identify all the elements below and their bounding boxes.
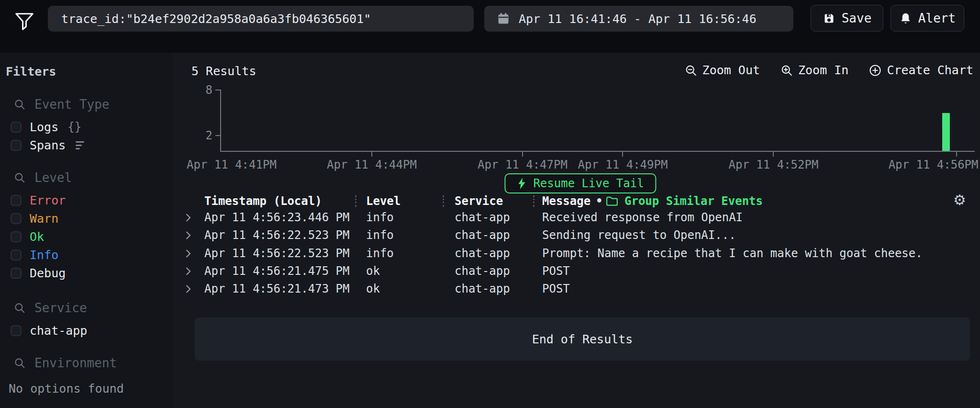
log-explorer-app: Apr 11 16:41:46 - Apr 11 16:56:46 Save A…: [0, 0, 980, 408]
message-cell: POST: [542, 262, 570, 280]
alert-label: Alert: [918, 11, 956, 25]
search-icon: [13, 98, 26, 111]
search-query-input[interactable]: [48, 6, 474, 32]
x-axis-tick: [371, 151, 372, 157]
filter-option-label: chat-app: [30, 325, 87, 337]
circle-plus-icon: [869, 64, 882, 77]
filter-option-logs[interactable]: Logs{}: [11, 119, 81, 135]
save-label: Save: [842, 11, 872, 25]
filter-option-label: Ok: [30, 231, 44, 243]
group-folder-icon: [606, 195, 618, 207]
filter-search-input-level[interactable]: [33, 170, 155, 185]
chevron-right-icon[interactable]: [185, 284, 191, 294]
search-icon: [13, 171, 26, 184]
x-axis-label: Apr 11 4:52PM: [729, 158, 819, 171]
create-chart-button[interactable]: Create Chart: [869, 63, 973, 77]
zoom-out-button[interactable]: Zoom Out: [684, 63, 760, 77]
braces-icon: {}: [67, 120, 81, 134]
service-cell: chat-app: [455, 209, 510, 227]
timestamp-cell: Apr 11 4:56:22.523 PM: [204, 227, 349, 244]
filter-option-error[interactable]: Error: [11, 193, 66, 208]
filter-search-level: [13, 170, 155, 185]
zoom-in-icon: [780, 64, 793, 77]
level-cell: info: [366, 245, 394, 262]
chevron-right-icon[interactable]: [185, 249, 191, 258]
x-axis-label: Apr 11 4:49PM: [578, 158, 668, 171]
zoom-in-button[interactable]: Zoom In: [780, 63, 848, 77]
filter-search-input-event-type[interactable]: [33, 97, 155, 112]
col-header-service: Service: [455, 193, 503, 209]
save-icon: [823, 12, 835, 25]
chevron-right-icon[interactable]: [185, 231, 191, 240]
filter-option-warn[interactable]: Warn: [11, 211, 58, 226]
service-cell: chat-app: [455, 227, 510, 244]
timestamp-cell: Apr 11 4:56:21.473 PM: [204, 280, 349, 298]
filter-option-debug[interactable]: Debug: [11, 265, 66, 281]
timestamp-cell: Apr 11 4:56:22.523 PM: [204, 245, 349, 262]
histogram: 28Apr 11 4:41PMApr 11 4:44PMApr 11 4:47P…: [220, 90, 975, 152]
zoom-in-label: Zoom In: [798, 63, 848, 77]
resume-live-tail-button[interactable]: Resume Live Tail: [504, 173, 656, 193]
checkbox[interactable]: [11, 122, 22, 133]
group-similar-events-button[interactable]: Group Similar Events: [606, 193, 763, 209]
filters-sidebar: Filters Logs{}SpansErrorWarnOkInfoDebugc…: [0, 53, 173, 408]
filter-option-chat-app[interactable]: chat-app: [11, 323, 87, 338]
log-row[interactable]: Apr 11 4:56:22.523 PMinfochat-appSending…: [173, 227, 980, 244]
filter-option-label: Error: [30, 194, 66, 206]
chevron-right-icon[interactable]: [185, 267, 191, 276]
filter-search-input-service[interactable]: [33, 300, 155, 316]
calendar-icon: [497, 12, 510, 25]
filter-option-label: Warn: [30, 213, 58, 225]
level-cell: ok: [366, 280, 380, 298]
filter-option-label: Info: [30, 249, 58, 261]
date-range-picker[interactable]: Apr 11 16:41:46 - Apr 11 16:56:46: [484, 6, 793, 32]
main-panel: 5 Results Zoom Out Zoom In Create Chart: [173, 53, 980, 408]
x-axis-tick: [773, 151, 774, 157]
checkbox[interactable]: [11, 231, 22, 242]
y-axis-label: 2: [193, 129, 212, 142]
lightning-icon: [517, 178, 526, 189]
resume-live-tail-label: Resume Live Tail: [533, 177, 644, 190]
log-row[interactable]: Apr 11 4:56:22.523 PMinfochat-appPrompt:…: [173, 245, 980, 262]
log-row[interactable]: Apr 11 4:56:21.475 PMokchat-appPOST: [173, 262, 980, 280]
group-similar-events-label: Group Similar Events: [624, 193, 763, 209]
log-row[interactable]: Apr 11 4:56:21.473 PMokchat-appPOST: [173, 280, 980, 298]
checkbox[interactable]: [11, 268, 22, 279]
checkbox[interactable]: [11, 213, 22, 224]
message-cell: POST: [542, 280, 570, 298]
checkbox[interactable]: [11, 195, 22, 206]
level-cell: ok: [366, 262, 380, 280]
create-chart-label: Create Chart: [887, 63, 973, 77]
end-of-results-label: End of Results: [532, 332, 633, 346]
search-icon: [13, 357, 26, 369]
save-button[interactable]: Save: [811, 5, 883, 32]
filter-search-environment: [13, 355, 155, 371]
zoom-out-icon: [684, 64, 698, 77]
filter-funnel-icon: [13, 11, 35, 33]
level-cell: info: [366, 227, 394, 244]
chevron-right-icon[interactable]: [185, 213, 191, 222]
checkbox[interactable]: [11, 140, 22, 151]
x-axis-tick: [622, 151, 623, 157]
log-row[interactable]: Apr 11 4:56:23.446 PMinfochat-appReceive…: [173, 209, 980, 227]
filter-option-info[interactable]: Info: [11, 247, 58, 262]
filter-search-input-environment[interactable]: [33, 355, 155, 371]
col-header-level: Level: [366, 193, 401, 209]
message-cell: Sending request to OpenAI...: [542, 227, 736, 244]
gear-icon[interactable]: ⚙: [953, 193, 966, 208]
filter-option-ok[interactable]: Ok: [11, 229, 44, 244]
filter-option-label: Debug: [30, 267, 66, 279]
filter-option-spans[interactable]: Spans: [11, 137, 84, 153]
top-bar: Apr 11 16:41:46 - Apr 11 16:56:46 Save A…: [0, 0, 980, 53]
service-cell: chat-app: [455, 280, 510, 298]
column-separator: [443, 195, 444, 207]
checkbox[interactable]: [11, 325, 22, 336]
sidebar-title: Filters: [6, 65, 56, 79]
checkbox[interactable]: [11, 249, 22, 261]
alert-button[interactable]: Alert: [891, 5, 964, 32]
column-separator: [355, 195, 356, 207]
date-range-text: Apr 11 16:41:46 - Apr 11 16:56:46: [519, 12, 757, 26]
service-cell: chat-app: [455, 245, 510, 262]
bullet-separator: •: [596, 193, 602, 209]
y-axis-tick: [215, 90, 221, 91]
